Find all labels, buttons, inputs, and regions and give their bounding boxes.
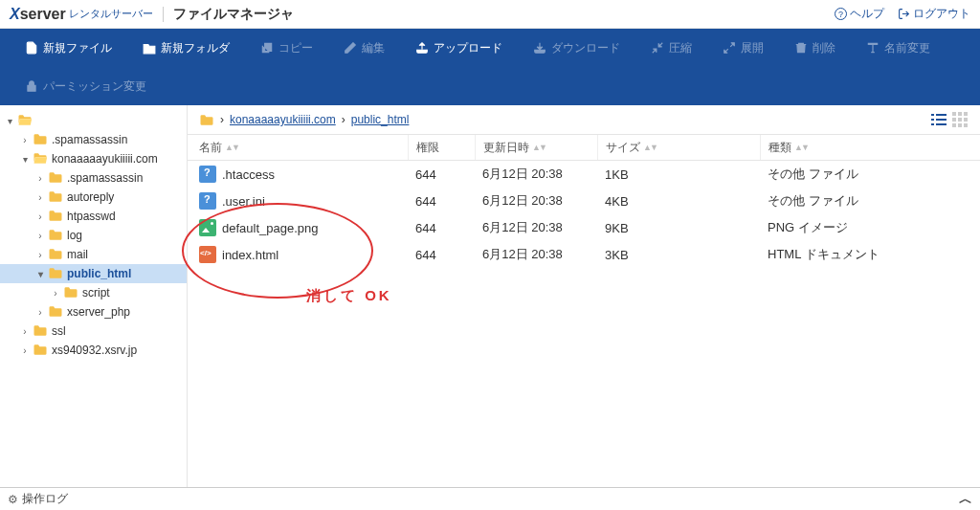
svg-rect-0 xyxy=(931,114,934,116)
toolbar-permission: パーミッション変更 xyxy=(10,67,162,105)
folder-icon xyxy=(48,171,63,185)
chevron-icon[interactable]: › xyxy=(34,173,46,184)
svg-rect-14 xyxy=(964,123,968,127)
status-label: 操作ログ xyxy=(22,491,68,507)
logo-subtitle: レンタルサーバー xyxy=(69,7,153,21)
toolbar-edit: 編集 xyxy=(328,29,400,67)
tree-item[interactable]: ›autoreply xyxy=(0,188,187,207)
svg-rect-2 xyxy=(931,119,934,121)
file-list: .htaccess6446月12日 20:381KBその他 ファイル.user.… xyxy=(188,161,980,268)
toolbar-rename: 名前変更 xyxy=(851,29,946,67)
file-size: 3KB xyxy=(597,248,760,262)
chevron-icon[interactable]: › xyxy=(34,250,46,260)
expand-icon xyxy=(723,41,736,55)
help-link[interactable]: ? ヘルプ xyxy=(835,6,884,22)
breadcrumb-link[interactable]: konaaaaayukiiiii.com xyxy=(230,113,336,126)
help-icon: ? xyxy=(835,8,847,20)
status-bar[interactable]: ⚙ 操作ログ ︿ xyxy=(0,487,980,510)
file-plus-icon xyxy=(25,41,38,55)
tree-item[interactable]: ›script xyxy=(0,283,187,302)
tree-label: log xyxy=(67,229,82,242)
tree-item[interactable]: ›.spamassassin xyxy=(0,130,187,149)
toolbar-upload[interactable]: アップロード xyxy=(400,29,518,67)
chevron-icon[interactable]: › xyxy=(19,326,31,337)
tree-item[interactable]: ›ssl xyxy=(0,322,187,341)
folder-icon xyxy=(63,286,78,299)
tree-item[interactable]: ›log xyxy=(0,226,187,245)
folder-tree[interactable]: ▾›.spamassassin▾konaaaaayukiiiii.com›.sp… xyxy=(0,105,188,510)
breadcrumb-row: › konaaaaayukiiiii.com › public_html xyxy=(188,105,980,134)
chevron-up-icon[interactable]: ︿ xyxy=(959,491,972,508)
col-perm[interactable]: 権限 xyxy=(408,135,475,160)
file-date: 6月12日 20:38 xyxy=(475,192,597,210)
file-perm: 644 xyxy=(408,194,475,209)
file-row[interactable]: .user.ini6446月12日 20:384KBその他 ファイル xyxy=(188,188,980,214)
col-date[interactable]: 更新日時▲▼ xyxy=(475,135,597,160)
tree-item[interactable]: ▾ xyxy=(0,111,187,130)
file-size: 9KB xyxy=(597,221,760,235)
upload-icon xyxy=(415,41,429,55)
file-size: 4KB xyxy=(597,194,760,209)
folder-icon xyxy=(48,229,63,242)
file-date: 6月12日 20:38 xyxy=(475,166,597,183)
svg-rect-9 xyxy=(952,118,956,122)
folder-icon xyxy=(48,305,63,319)
tree-label: .spamassassin xyxy=(52,133,127,146)
view-grid-icon[interactable] xyxy=(951,111,969,128)
file-name: .user.ini xyxy=(222,194,265,209)
svg-rect-7 xyxy=(958,112,962,116)
col-name[interactable]: 名前▲▼ xyxy=(199,135,408,160)
trash-icon xyxy=(794,41,808,55)
chevron-icon[interactable]: ▾ xyxy=(34,269,46,279)
chevron-icon[interactable]: › xyxy=(34,307,46,318)
col-type[interactable]: 種類▲▼ xyxy=(760,135,980,160)
chevron-icon[interactable]: ▾ xyxy=(4,116,15,126)
divider xyxy=(163,7,164,22)
file-row[interactable]: default_page.png6446月12日 20:389KBPNG イメー… xyxy=(188,214,980,241)
svg-rect-4 xyxy=(931,123,934,125)
toolbar-compress: 圧縮 xyxy=(635,29,707,67)
toolbar-download: ダウンロード xyxy=(518,29,635,67)
folder-icon xyxy=(33,324,48,338)
chevron-icon[interactable]: › xyxy=(50,288,61,299)
chevron-icon[interactable]: ▾ xyxy=(19,154,31,165)
chevron-icon[interactable]: › xyxy=(19,135,31,145)
toolbar-new-file[interactable]: 新規ファイル xyxy=(10,29,127,67)
file-icon xyxy=(199,166,216,183)
svg-rect-13 xyxy=(958,123,962,127)
svg-rect-10 xyxy=(958,118,962,122)
chevron-icon[interactable]: › xyxy=(34,231,46,241)
toolbar-delete: 削除 xyxy=(779,29,851,67)
tree-item[interactable]: ▾public_html xyxy=(0,264,187,283)
folder-icon xyxy=(48,210,63,223)
tree-item[interactable]: ›xs940932.xsrv.jp xyxy=(0,341,187,360)
toolbar-expand: 展開 xyxy=(707,29,779,67)
logo: Xserver xyxy=(10,6,66,23)
file-type: PNG イメージ xyxy=(760,219,980,236)
tree-item[interactable]: ▾konaaaaayukiiiii.com xyxy=(0,149,187,168)
file-date: 6月12日 20:38 xyxy=(475,246,597,263)
svg-rect-5 xyxy=(936,123,947,125)
file-name: .htaccess xyxy=(222,167,275,182)
folder-icon xyxy=(199,114,214,126)
tree-item[interactable]: ›mail xyxy=(0,245,187,264)
tree-label: autoreply xyxy=(67,190,114,204)
folder-plus-icon xyxy=(143,41,156,55)
file-type: その他 ファイル xyxy=(760,192,980,210)
file-row[interactable]: .htaccess6446月12日 20:381KBその他 ファイル xyxy=(188,161,980,188)
chevron-icon[interactable]: › xyxy=(34,192,46,203)
toolbar-new-folder[interactable]: 新規フォルダ xyxy=(127,29,245,67)
tree-item[interactable]: ›xserver_php xyxy=(0,302,187,322)
file-name: index.html xyxy=(222,248,278,262)
file-date: 6月12日 20:38 xyxy=(475,219,597,236)
col-size[interactable]: サイズ▲▼ xyxy=(597,135,760,160)
tree-item[interactable]: ›.spamassassin xyxy=(0,168,187,188)
file-row[interactable]: index.html6446月12日 20:383KBHTML ドキュメント xyxy=(188,241,980,268)
chevron-icon[interactable]: › xyxy=(34,211,46,222)
tree-item[interactable]: ›htpasswd xyxy=(0,207,187,226)
breadcrumb-link[interactable]: public_html xyxy=(351,113,410,126)
toolbar-copy: コピー xyxy=(245,29,328,67)
chevron-icon[interactable]: › xyxy=(19,345,31,356)
logout-link[interactable]: ログアウト xyxy=(898,6,970,22)
view-list-icon[interactable] xyxy=(930,111,947,128)
